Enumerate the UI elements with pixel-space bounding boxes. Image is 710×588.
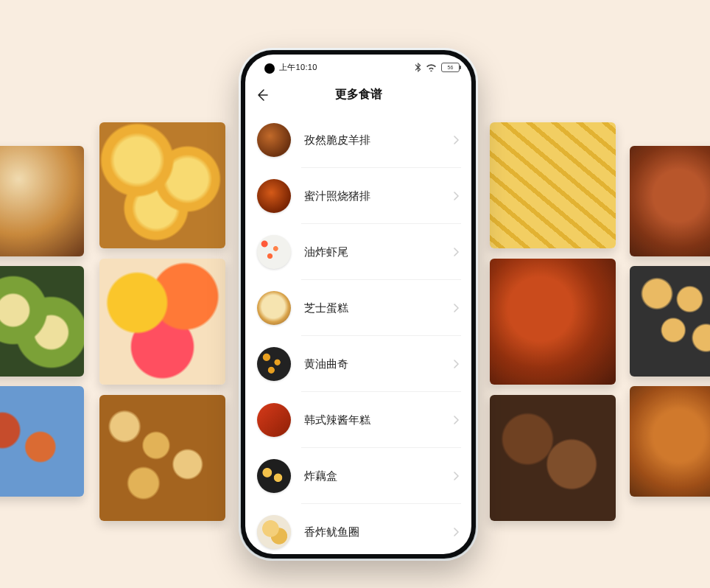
recipe-label: 黄油曲奇 xyxy=(304,357,451,371)
food-tile xyxy=(0,146,84,256)
recipe-thumb xyxy=(257,291,291,325)
recipe-thumb xyxy=(257,347,291,381)
food-tile xyxy=(0,266,84,377)
food-tile xyxy=(490,122,616,248)
battery-icon: 56 xyxy=(441,63,460,72)
phone-screen: 上午10:10 56 更多食谱 孜然脆皮羊排 xyxy=(245,55,471,554)
food-tile xyxy=(490,395,616,521)
status-bar: 上午10:10 56 xyxy=(245,55,471,80)
arrow-left-icon xyxy=(255,88,270,102)
chevron-right-icon xyxy=(451,360,461,368)
recipe-row[interactable]: 韩式辣酱年糕 xyxy=(245,392,471,448)
chevron-right-icon xyxy=(451,192,461,200)
bluetooth-icon xyxy=(415,63,421,72)
recipe-label: 油炸虾尾 xyxy=(304,245,451,259)
chevron-right-icon xyxy=(451,304,461,312)
food-tile xyxy=(630,146,710,256)
recipe-label: 炸藕盒 xyxy=(304,469,451,483)
phone-frame: 上午10:10 56 更多食谱 孜然脆皮羊排 xyxy=(239,48,478,561)
back-button[interactable] xyxy=(253,85,272,105)
recipe-label: 韩式辣酱年糕 xyxy=(304,413,451,427)
food-tile xyxy=(630,266,710,377)
app-bar: 更多食谱 xyxy=(245,80,471,109)
battery-level: 56 xyxy=(448,65,454,70)
status-time: 上午10:10 xyxy=(279,62,317,73)
recipe-row[interactable]: 炸藕盒 xyxy=(245,448,471,504)
recipe-row[interactable]: 孜然脆皮羊排 xyxy=(245,112,471,168)
chevron-right-icon xyxy=(451,248,461,256)
recipe-list[interactable]: 孜然脆皮羊排 蜜汁照烧猪排 油炸虾尾 芝士蛋糕 xyxy=(245,112,471,554)
food-tile xyxy=(630,386,710,497)
recipe-row[interactable]: 黄油曲奇 xyxy=(245,336,471,392)
product-hero: 上午10:10 56 更多食谱 孜然脆皮羊排 xyxy=(0,0,710,588)
recipe-label: 蜜汁照烧猪排 xyxy=(304,189,451,203)
recipe-row[interactable]: 油炸虾尾 xyxy=(245,224,471,280)
food-tile xyxy=(0,386,84,497)
recipe-thumb xyxy=(257,515,291,549)
chevron-right-icon xyxy=(451,528,461,536)
recipe-label: 孜然脆皮羊排 xyxy=(304,133,451,147)
chevron-right-icon xyxy=(451,416,461,424)
recipe-thumb xyxy=(257,123,291,157)
page-title: 更多食谱 xyxy=(335,87,382,102)
recipe-row[interactable]: 芝士蛋糕 xyxy=(245,280,471,336)
wifi-icon xyxy=(426,63,437,71)
food-tile xyxy=(490,259,616,385)
recipe-thumb xyxy=(257,403,291,437)
recipe-thumb xyxy=(257,459,291,493)
recipe-row[interactable]: 蜜汁照烧猪排 xyxy=(245,168,471,224)
recipe-label: 香炸鱿鱼圈 xyxy=(304,525,451,539)
food-tile xyxy=(99,395,225,521)
recipe-thumb xyxy=(257,179,291,213)
camera-punchhole xyxy=(264,63,275,74)
food-tile xyxy=(99,259,225,385)
food-tile xyxy=(99,122,225,248)
chevron-right-icon xyxy=(451,472,461,480)
recipe-label: 芝士蛋糕 xyxy=(304,301,451,315)
recipe-row[interactable]: 香炸鱿鱼圈 xyxy=(245,504,471,554)
chevron-right-icon xyxy=(451,136,461,144)
recipe-thumb xyxy=(257,235,291,269)
